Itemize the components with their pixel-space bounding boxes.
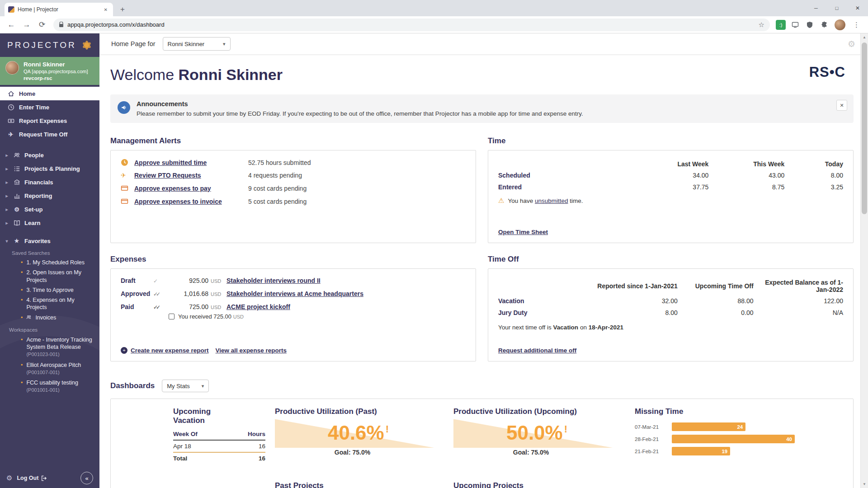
new-tab-button[interactable]: + [117,4,128,15]
browser-profile-avatar[interactable] [835,19,845,30]
dashboard-selector[interactable]: My Stats ▾ [162,380,209,392]
sidebar-item-set-up[interactable]: ▸ ⚙ Set-up [0,202,99,216]
page-scrollbar[interactable]: ▲ ▼ [860,33,868,488]
announcements-body: Please remember to submit your time by E… [137,110,583,117]
bar: 40 [672,435,795,443]
dashboards-title: Dashboards [110,381,155,390]
expense-report-link[interactable]: Stakeholder interviews round II [226,277,466,284]
util-past-goal: Goal: 75.0% [275,449,430,456]
logout-icon [41,475,47,481]
logout-button[interactable]: Log Out [17,475,47,481]
browser-tab[interactable]: Home | Projector ✕ [5,3,113,16]
bullet-icon: • [21,286,23,294]
sidebar-item-people[interactable]: ▸ People [0,148,99,162]
money-icon [7,117,14,124]
caret-right-icon[interactable]: ▸ [5,166,9,171]
workspace-name: FCC usability testing [26,380,78,386]
scrollbar-thumb[interactable] [862,42,867,214]
sidebar-item-projects-planning[interactable]: ▸ Projects & Planning [0,162,99,175]
refresh-button[interactable]: ⟳ [35,18,49,32]
url-text[interactable]: appqa.projectorpsa.com/x/dashboard [67,21,755,28]
view-expense-reports-link[interactable]: View all expense reports [216,347,287,354]
saved-search-item[interactable]: • 3. Time to Approve [0,285,99,295]
sidebar-item-financials[interactable]: ▸ Financials [0,175,99,189]
client-logo: RS•C [809,64,845,80]
expense-report-link[interactable]: ACME project kickoff [226,303,466,310]
unsubmitted-time-warning: ⚠ You have unsubmitted time. [498,197,843,205]
past-projects-title: Past Projects [275,481,453,488]
sidebar-item-favorites[interactable]: ▾ ★ Favorites [0,234,99,248]
page-header-bar: Home Page for Ronni Skinner ▾ ⚙ [99,33,868,54]
saved-search-label: 4. Expenses on My Projects [26,296,95,311]
sidebar-item-request-time-off[interactable]: ✈ Request Time Off [0,127,99,141]
book-icon [13,220,20,226]
address-bar[interactable]: appqa.projectorpsa.com/x/dashboard ☆ [53,19,770,31]
maximize-button[interactable]: □ [826,0,847,16]
sidebar-item-enter-time[interactable]: Enter Time [0,100,99,114]
open-time-sheet-link[interactable]: Open Time Sheet [498,229,548,235]
caret-right-icon[interactable]: ▸ [5,180,9,185]
bar: 24 [672,422,745,431]
bullet-icon: • [21,296,23,311]
double-check-icon: ✓✓ [153,291,169,297]
forward-button[interactable]: → [20,18,33,32]
caret-right-icon[interactable]: ▸ [5,193,9,198]
sidebar-item-reporting[interactable]: ▸ Reporting [0,189,99,202]
scroll-down-icon[interactable]: ▼ [861,480,868,488]
workspace-item[interactable]: • Acme - Inventory Tracking System Beta … [0,334,99,360]
sidebar-item-report-expenses[interactable]: Report Expenses [0,114,99,127]
workspace-name: Acme - Inventory Tracking System Beta Re… [26,337,92,350]
dashboards-card: Upcoming Vacation Week Of Hours Apr 18 1… [110,399,854,488]
bookmark-star-icon[interactable]: ☆ [759,21,764,29]
approve-expenses-to-invoice-link[interactable]: Approve expenses to invoice [134,198,248,205]
sidebar-collapse-button[interactable]: « [80,472,93,484]
minimize-button[interactable]: ─ [806,0,826,16]
user-profile-card[interactable]: Ronni Skinner QA [appqa.projectorpsa.com… [0,57,99,85]
extension-icon-puzzle[interactable] [819,20,829,30]
extension-icon-shield[interactable] [805,20,815,30]
caret-right-icon[interactable]: ▸ [5,153,9,158]
approve-submitted-time-link[interactable]: Approve submitted time [134,159,248,166]
extension-icon-green[interactable]: :) [776,20,786,30]
saved-search-item[interactable]: • 1. My Scheduled Roles [0,258,99,267]
alert-clock-icon [121,159,134,166]
approve-expenses-to-pay-link[interactable]: Approve expenses to pay [134,185,248,192]
megaphone-icon [118,101,130,114]
caret-right-icon[interactable]: ▸ [5,221,9,225]
expense-status: Approved [121,290,153,297]
review-pto-requests-link[interactable]: Review PTO Requests [134,172,248,179]
scroll-up-icon[interactable]: ▲ [861,33,868,41]
saved-search-item[interactable]: • 4. Expenses on My Projects [0,295,99,313]
extension-icon-cast[interactable] [790,20,800,30]
received-checkbox[interactable] [169,314,175,319]
saved-search-item-invoices[interactable]: • Invoices [0,313,99,323]
workspace-item[interactable]: • Elliot Aerospace Pitch (P001007-001) [0,360,99,378]
sidebar-item-home[interactable]: Home [0,87,99,100]
unsubmitted-link[interactable]: unsubmitted [535,197,568,204]
create-expense-report-link[interactable]: Create new expense report [131,347,209,354]
expense-report-link[interactable]: Stakeholder interviews at Acme headquart… [226,290,466,297]
upcoming-vacation-title: Upcoming Vacation [173,407,227,426]
double-check-icon: ✓✓ [153,304,169,310]
announcement-close-button[interactable]: ✕ [836,100,847,111]
table-row: Scheduled 34.00 43.00 8.00 [498,169,843,181]
workspace-item[interactable]: • FCC usability testing (P001001-001) [0,377,99,395]
caret-down-icon[interactable]: ▾ [5,239,9,244]
window-close-button[interactable]: ✕ [847,0,868,16]
home-page-user-select[interactable]: Ronni Skinner ▾ [163,37,231,51]
request-time-off-link[interactable]: Request additional time off [498,347,576,354]
browser-menu-icon[interactable]: ⋮ [849,21,863,29]
settings-gear-icon[interactable]: ⚙ [6,474,12,482]
sidebar-item-label: Request Time Off [19,131,67,138]
sidebar-item-label: Home [19,90,35,97]
caret-right-icon[interactable]: ▸ [5,207,9,212]
sidebar-item-learn[interactable]: ▸ Learn [0,216,99,230]
plane-icon: ✈ [7,131,14,138]
saved-search-item[interactable]: • 2. Open Issues on My Projects [0,267,99,285]
page-settings-gear-icon[interactable]: ⚙ [848,39,855,49]
tab-close-icon[interactable]: ✕ [102,6,109,13]
site-favicon [8,6,14,13]
lock-icon [59,22,64,28]
sidebar-item-label: Set-up [24,206,42,213]
back-button[interactable]: ← [5,18,18,32]
